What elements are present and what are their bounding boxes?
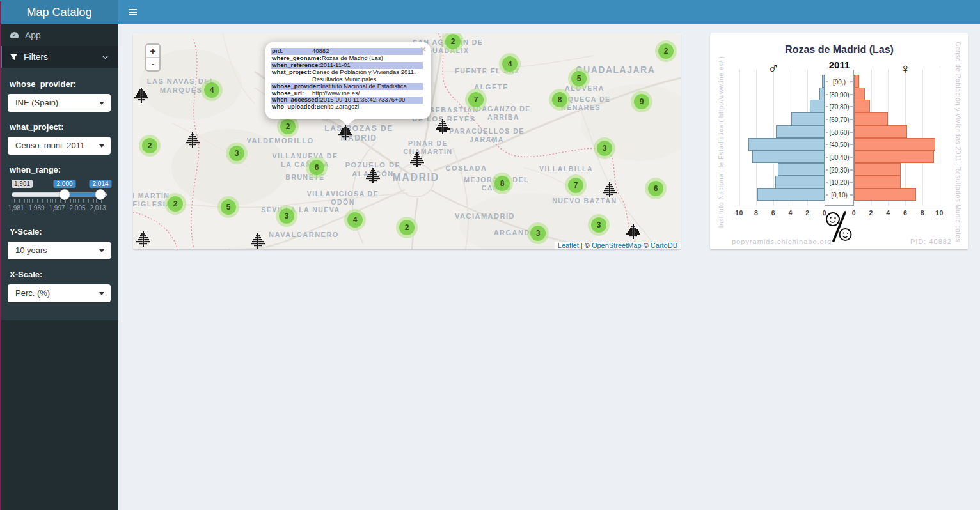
pyramid-marker-icon[interactable] [436,119,450,134]
leaflet-link[interactable]: Leaflet [558,242,579,249]
popup-row: what_project:Censo de Población y Vivien… [271,69,423,83]
slider-tick-label: 2,005 [69,205,85,212]
attrib-separator: © [642,242,651,249]
cluster-marker[interactable]: 9 [631,91,652,112]
page-edge-accent [0,1,1,510]
cluster-marker[interactable]: 5 [217,196,239,218]
what-project-label: what_project: [10,122,109,132]
openstreetmap-link[interactable]: OpenStreetMap [592,242,642,249]
pyramid-marker-icon[interactable] [186,132,200,148]
x-axis-tick: 4 [886,209,890,217]
cluster-count: 2 [445,34,461,49]
cluster-count: 3 [530,226,546,241]
pyramid-marker-icon[interactable] [251,233,265,249]
map-canvas[interactable]: LAS NAVAS DEL MARQUÉSSAN LORENZO DE EL E… [133,33,681,249]
cluster-count: 2 [399,220,415,235]
male-bar [776,125,825,138]
cluster-marker[interactable]: 7 [565,174,587,196]
sidebar: App Filters whose_provider: INE (Spain) … [0,24,118,510]
pyramid-marker-icon[interactable] [134,88,148,103]
slider-tick-label: 1,997 [49,205,65,212]
popup-close-icon[interactable]: × [420,43,426,54]
x-axis-tick: 2 [805,209,809,217]
what-project-select[interactable]: Censo_muni_2011 [8,137,111,155]
cluster-count: 2 [280,119,296,134]
female-bar [854,150,934,163]
male-bar [791,112,825,125]
cluster-marker[interactable]: 2 [396,217,418,238]
cluster-marker[interactable]: 2 [139,135,161,157]
percent-glyph-icon [824,211,855,243]
cluster-marker[interactable]: 5 [568,68,590,89]
cartodb-link[interactable]: CartoDB [651,242,677,249]
when-range-slider[interactable]: 1,981 2,000 2,014 1,981 1,989 1,997 2,00… [12,180,107,217]
cluster-marker[interactable]: 6 [306,157,328,178]
map-place-label: VILLALBILLA [539,165,593,173]
cluster-count: 6 [648,181,663,196]
app-title: Map Catalog [26,6,91,19]
cluster-marker[interactable]: 4 [344,209,366,231]
cluster-count: 8 [552,92,567,107]
pyramid-marker-icon[interactable] [136,231,150,247]
cluster-count: 9 [634,94,649,109]
map-place-label: MADRID [393,171,439,184]
cluster-marker[interactable]: 6 [645,178,667,199]
cluster-marker[interactable]: 4 [201,79,223,101]
x-scale-label: X-Scale: [10,270,109,279]
cluster-count: 3 [229,146,244,161]
age-group-label: [40,50) [825,141,853,148]
zoom-out-button[interactable]: - [146,58,159,70]
female-bar [854,100,870,112]
cluster-marker[interactable]: 3 [276,205,297,227]
cluster-count: 3 [597,141,612,156]
dashboard-icon [10,31,19,40]
whose-provider-select[interactable]: INE (Spain) [8,94,111,112]
cluster-marker[interactable]: 7 [465,89,487,111]
x-scale-select[interactable]: Perc. (%) [8,284,111,302]
x-axis-tick: 4 [788,209,792,217]
map-place-label: VILLAVICIOSA DE ODÓN [307,190,379,206]
cluster-count: 7 [568,178,583,193]
select-caret-icon [99,102,104,105]
cluster-marker[interactable]: 4 [499,53,521,75]
map-zoom-control: + - [145,43,161,72]
cluster-marker[interactable]: 3 [588,214,610,236]
sidebar-toggle-icon[interactable] [127,8,139,17]
female-symbol-icon: ♀ [900,61,911,77]
popup-row-label: whose_provider: [272,83,320,90]
age-group-label: [0,10) [825,192,853,199]
y-scale-label: Y-Scale: [10,227,109,236]
popup-row-value: Censo de Población y Viviendas 2011. Res… [312,69,422,83]
sidebar-item-app[interactable]: App [0,24,118,46]
male-bar [752,150,825,163]
cluster-count: 6 [309,160,324,175]
sidebar-item-label: App [25,30,41,40]
y-scale-select[interactable]: 10 years [8,242,111,259]
pyramid-marker-icon[interactable] [366,168,380,183]
slider-handle-to[interactable] [95,189,106,200]
male-bar [775,176,825,189]
cluster-marker[interactable]: 3 [226,143,248,164]
female-bar [854,75,859,88]
cluster-marker[interactable]: 2 [277,116,299,137]
popup-tail [339,118,356,125]
pyramid-marker-icon[interactable] [603,182,617,197]
sidebar-item-filters[interactable]: Filters [0,46,118,68]
zoom-in-button[interactable]: + [146,45,159,58]
cluster-marker[interactable]: 2 [164,193,186,215]
cluster-marker[interactable]: 3 [527,222,549,244]
pyramid-marker-icon[interactable] [626,224,640,239]
cluster-marker[interactable]: 8 [491,173,513,194]
pyramid-marker-icon[interactable] [410,152,424,167]
female-bar [854,138,935,151]
x-axis-tick: 10 [935,209,944,217]
map-place-label: DAGANZO DE ARRIBA [476,105,531,121]
pyramid-marker-icon[interactable] [338,125,352,140]
cluster-marker[interactable]: 8 [549,89,571,111]
slider-handle-from[interactable] [59,189,70,200]
cluster-marker[interactable]: 3 [594,137,615,159]
app-logo[interactable]: Map Catalog [0,0,118,24]
map-place-label: COSLADA [446,164,487,173]
x-axis-tick: 6 [771,209,775,217]
cluster-marker[interactable]: 2 [655,40,677,62]
